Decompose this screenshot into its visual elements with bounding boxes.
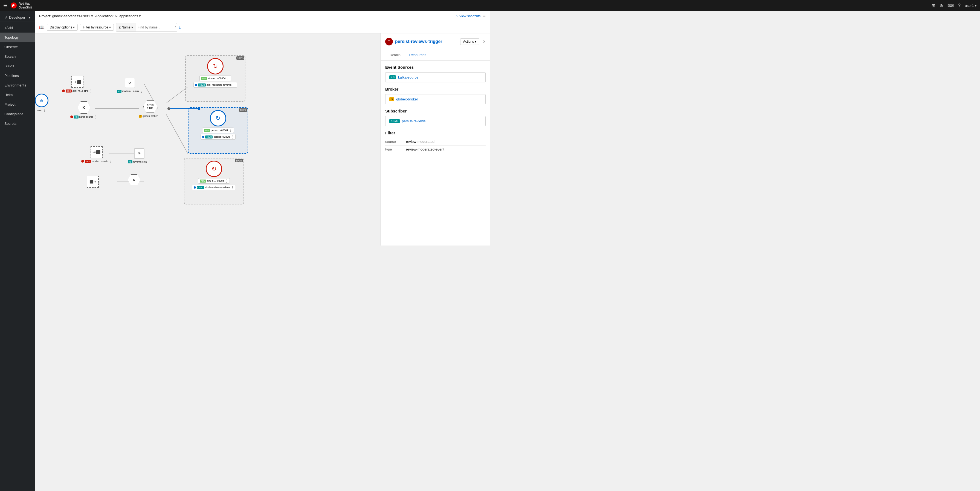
persist-reviews-link[interactable]: persist-reviews (402, 119, 426, 123)
persist-reviews-group[interactable]: ↗ 100% ↻ REV persis…–00001 ⋮ KSVC persis… (188, 107, 248, 154)
reviews-sink-node[interactable]: ⟳ KS reviews-sink ⋮ (128, 148, 151, 164)
sidebar-developer-toggle[interactable]: ⇄ Developer ▾ (0, 13, 35, 22)
sidebar-item-secrets[interactable]: Secrets (0, 119, 35, 128)
modera-sink-node[interactable]: ⟳ KS modera...s-sink ⋮ (117, 78, 143, 93)
helm-label: Helm (5, 93, 13, 97)
broker-menu[interactable]: ⋮ (158, 114, 162, 118)
bottom-hex-letter: K (133, 179, 135, 182)
partial-menu[interactable]: ⋮ (43, 108, 46, 112)
filter-by-resource-button[interactable]: Filter by resource ▾ (80, 24, 114, 31)
ksvc-menu-persist[interactable]: ⋮ (231, 135, 234, 139)
right-panel-title: T persist-reviews-trigger (385, 38, 442, 45)
node-menu-persist[interactable]: ⋮ (229, 128, 232, 132)
broker-icon-text: 10101101 (147, 104, 153, 110)
sidebar-item-topology[interactable]: Topology (0, 33, 35, 42)
redhat-logo-icon (10, 2, 17, 9)
tab-resources[interactable]: Resources (405, 50, 431, 60)
sidebar-item-project[interactable]: Project (0, 100, 35, 109)
ks-badge-kafka: KS (74, 115, 78, 118)
actions-button[interactable]: Actions ▾ (460, 38, 480, 45)
sbs-badge-top: SBS (66, 89, 72, 92)
ksvc-menu-sentiment[interactable]: ⋮ (231, 186, 234, 190)
ksvc-menu[interactable]: ⋮ (232, 83, 235, 87)
rev-badge-persist: REV persis…–00001 ⋮ (202, 128, 234, 133)
rev-name: aiml-m...–00004 (208, 77, 226, 80)
node-menu-sentiment[interactable]: ⋮ (225, 179, 228, 183)
rev-badge-moderate: REV aiml-m...–00004 ⋮ (199, 75, 231, 81)
find-by-name-input[interactable] (135, 23, 174, 32)
partial-text: de (40, 99, 43, 102)
sidebar-item-configmaps[interactable]: ConfigMaps (0, 109, 35, 119)
b-badge-card: B (389, 97, 394, 101)
broker-label: B globex-broker ⋮ (139, 114, 162, 118)
rev-name-persist: persis…–00001 (211, 129, 228, 132)
info-icon[interactable]: ℹ (179, 25, 181, 30)
service-node-sentiment[interactable]: 100% ↻ REV aiml-s…–00004 ⋮ KSVC aiml-sen… (185, 158, 243, 193)
subscriber-card[interactable]: KSVC persist-reviews (385, 116, 485, 126)
broker-card[interactable]: B globex-broker (385, 94, 485, 104)
service-node-persist[interactable]: 100% ↻ REV persis…–00001 ⋮ KSVC persist-… (188, 108, 248, 142)
sidebar-item-environments[interactable]: Environments (0, 80, 35, 90)
right-panel: T persist-reviews-trigger Actions ▾ × De… (380, 33, 490, 246)
filter-type-selector[interactable]: ⧖ Name ▾ (116, 23, 135, 32)
project-toolbar: Project: globex-serverless-user1 ▾ Appli… (35, 11, 490, 21)
display-options-label: Display options ▾ (50, 26, 75, 29)
close-panel-button[interactable]: × (483, 39, 485, 45)
aiml-moderate-group: ↗ 100% ↻ REV aiml-m...–00004 ⋮ KSVC aiml… (185, 55, 245, 102)
tab-details[interactable]: Details (385, 50, 405, 60)
kafka-source-link[interactable]: kafka-source (398, 75, 418, 80)
refresh-icon-sentiment: ↻ (212, 165, 216, 172)
products-menu[interactable]: ⋮ (109, 159, 112, 163)
sidebar-item-add[interactable]: +Add (0, 23, 35, 33)
globex-broker-node[interactable]: 10101101 B globex-broker ⋮ (139, 100, 162, 118)
ksvc-label: KSVC (198, 83, 206, 86)
aiml-sink-node-top[interactable]: ⇥⬛ SBS aiml-m...s-sink ⋮ (62, 76, 92, 93)
search-icon-top (62, 89, 65, 92)
display-options-button[interactable]: Display options ▾ (47, 24, 78, 31)
partial-label: ...-web ⋮ (35, 108, 48, 112)
bottom-sink-node[interactable]: ⬛⇥ (87, 176, 99, 188)
products-sink-label: SBS produc...s-sink ⋮ (81, 159, 112, 163)
svg-line-6 (166, 114, 188, 154)
view-shortcuts-button[interactable]: ? View shortcuts (457, 14, 481, 18)
search-icon-products (81, 160, 84, 163)
partial-node-left[interactable]: de ...-web ⋮ (35, 94, 48, 112)
bottom-hex-node[interactable]: K (128, 174, 140, 185)
application-selector[interactable]: Application: All applications ▾ (95, 14, 141, 18)
kafka-source-label: KS kafka-source ⋮ (70, 115, 97, 119)
list-view-icon[interactable]: ≡ (483, 13, 485, 19)
service-node-moderate[interactable]: 100% ↻ REV aiml-m...–00004 ⋮ KSVC aiml-m… (186, 56, 245, 90)
project-label: Project (5, 102, 15, 107)
topology-canvas[interactable]: ↗ 100% ↻ REV aiml-m...–00004 ⋮ KSVC aiml… (35, 33, 380, 246)
sidebar-item-helm[interactable]: Helm (0, 90, 35, 100)
bottom-hex-icon: K (128, 174, 140, 185)
modera-menu[interactable]: ⋮ (140, 89, 143, 93)
broker-hexagon-icon: 10101101 (143, 100, 158, 113)
partial-circle-icon: de (35, 94, 48, 107)
reviews-menu[interactable]: ⋮ (148, 160, 151, 164)
ksvc-name-persist: persist-reviews (213, 136, 230, 138)
globex-broker-link[interactable]: globex-broker (396, 97, 418, 101)
sidebar-item-pipelines[interactable]: Pipelines (0, 71, 35, 80)
partial-name: ...-web (35, 109, 42, 112)
rev-label-sentiment: REV (200, 180, 206, 183)
sink-menu-top[interactable]: ⋮ (89, 89, 92, 93)
sbs-badge-products: SBS (85, 160, 91, 163)
aiml-sink-label-top: SBS aiml-m...s-sink ⋮ (62, 89, 92, 93)
reviews-sink-label: KS reviews-sink ⋮ (128, 160, 151, 164)
filter-key-type: type (385, 147, 402, 151)
broker-name: globex-broker (143, 115, 158, 117)
developer-icon: ⇄ (5, 15, 7, 19)
right-panel-body: Event Sources KS kafka-source Broker B g… (381, 61, 490, 158)
sidebar-item-observe[interactable]: Observe (0, 42, 35, 52)
event-source-card[interactable]: KS kafka-source (385, 72, 485, 82)
sidebar-item-builds[interactable]: Builds (0, 61, 35, 71)
project-selector[interactable]: Project: globex-serverless-user1 ▾ (39, 14, 93, 18)
sidebar-item-search[interactable]: Search (0, 52, 35, 61)
products-sink-node[interactable]: ⇥⬛ SBS produc...s-sink ⋮ (81, 146, 112, 163)
node-menu[interactable]: ⋮ (226, 77, 229, 80)
kafka-menu[interactable]: ⋮ (94, 115, 97, 119)
kafka-source-node[interactable]: K KS kafka-source ⋮ (70, 101, 97, 119)
modera-sink-label: KS modera...s-sink ⋮ (117, 89, 143, 93)
hamburger-menu[interactable]: ☰ (3, 3, 7, 8)
